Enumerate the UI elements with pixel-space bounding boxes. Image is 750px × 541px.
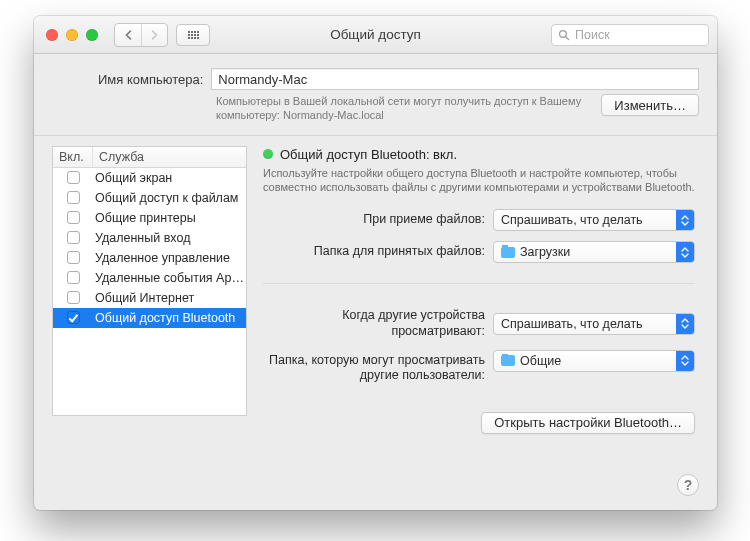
search-icon	[558, 29, 570, 41]
status-text: Общий доступ Bluetooth: вкл.	[280, 147, 457, 162]
popup-arrows-icon	[676, 314, 694, 334]
browse-action-label: Когда другие устройства просматривают:	[263, 308, 485, 339]
popup-value: Спрашивать, что делать	[501, 213, 643, 227]
forward-button[interactable]	[141, 24, 167, 46]
popup-arrows-icon	[676, 210, 694, 230]
computer-name-input[interactable]	[211, 68, 699, 90]
service-row[interactable]: Общий Интернет	[53, 288, 246, 308]
edit-hostname-button[interactable]: Изменить…	[601, 94, 699, 116]
folder-icon	[501, 247, 515, 258]
service-row[interactable]: Удаленные события Apple	[53, 268, 246, 288]
service-label: Общий экран	[93, 171, 246, 185]
column-on[interactable]: Вкл.	[53, 147, 93, 167]
receive-folder-popup[interactable]: Загрузки	[493, 241, 695, 263]
services-table: Вкл. Служба Общий экранОбщий доступ к фа…	[52, 146, 247, 416]
services-header: Вкл. Служба	[53, 147, 246, 168]
receive-action-popup[interactable]: Спрашивать, что делать	[493, 209, 695, 231]
service-label: Общий Интернет	[93, 291, 246, 305]
service-row[interactable]: Общий доступ к файлам	[53, 188, 246, 208]
column-service[interactable]: Служба	[93, 147, 246, 167]
service-label: Общий доступ к файлам	[93, 191, 246, 205]
popup-value: Загрузки	[520, 245, 570, 259]
service-label: Общие принтеры	[93, 211, 246, 225]
close-window-button[interactable]	[46, 29, 58, 41]
separator	[34, 135, 717, 136]
folder-icon	[501, 355, 515, 366]
service-row[interactable]: Общие принтеры	[53, 208, 246, 228]
sharing-prefs-window: Общий доступ Имя компьютера: Компьютеры …	[34, 16, 717, 510]
search-field[interactable]	[551, 24, 709, 46]
detail-pane: Общий доступ Bluetooth: вкл. Используйте…	[263, 146, 699, 498]
service-label: Общий доступ Bluetooth	[93, 311, 246, 325]
service-row[interactable]: Общий экран	[53, 168, 246, 188]
chevron-left-icon	[124, 30, 133, 40]
traffic-lights	[46, 29, 98, 41]
zoom-window-button[interactable]	[86, 29, 98, 41]
service-checkbox[interactable]	[67, 291, 80, 304]
service-checkbox[interactable]	[67, 271, 80, 284]
titlebar: Общий доступ	[34, 16, 717, 54]
service-checkbox[interactable]	[67, 231, 80, 244]
service-checkbox[interactable]	[67, 311, 80, 324]
back-button[interactable]	[115, 24, 141, 46]
service-label: Удаленные события Apple	[93, 271, 246, 285]
open-bluetooth-prefs-button[interactable]: Открыть настройки Bluetooth…	[481, 412, 695, 434]
popup-value: Спрашивать, что делать	[501, 317, 643, 331]
browse-folder-popup[interactable]: Общие	[493, 350, 695, 372]
grid-icon	[188, 31, 199, 39]
detail-description: Используйте настройки общего доступа Blu…	[263, 166, 699, 196]
content-area: Имя компьютера: Компьютеры в Вашей локал…	[34, 54, 717, 510]
receive-action-label: При приеме файлов:	[263, 212, 485, 228]
popup-arrows-icon	[676, 242, 694, 262]
receive-folder-label: Папка для принятых файлов:	[263, 244, 485, 260]
browse-folder-label: Папка, которую могут просматривать други…	[263, 350, 485, 384]
minimize-window-button[interactable]	[66, 29, 78, 41]
popup-arrows-icon	[676, 351, 694, 371]
search-input[interactable]	[575, 28, 702, 42]
nav-back-forward	[114, 23, 168, 47]
service-checkbox[interactable]	[67, 171, 80, 184]
browse-action-popup[interactable]: Спрашивать, что делать	[493, 313, 695, 335]
popup-value: Общие	[520, 354, 561, 368]
service-label: Удаленный вход	[93, 231, 246, 245]
computer-name-label: Имя компьютера:	[98, 72, 203, 87]
chevron-right-icon	[150, 30, 159, 40]
service-checkbox[interactable]	[67, 251, 80, 264]
computer-name-hint: Компьютеры в Вашей локальной сети могут …	[216, 94, 591, 123]
service-label: Удаленное управление	[93, 251, 246, 265]
show-all-button[interactable]	[176, 24, 210, 46]
help-button[interactable]: ?	[677, 474, 699, 496]
service-row[interactable]: Удаленное управление	[53, 248, 246, 268]
status-indicator-icon	[263, 149, 273, 159]
service-checkbox[interactable]	[67, 191, 80, 204]
service-row[interactable]: Общий доступ Bluetooth	[53, 308, 246, 328]
separator	[263, 283, 695, 284]
service-checkbox[interactable]	[67, 211, 80, 224]
svg-line-1	[566, 36, 569, 39]
service-row[interactable]: Удаленный вход	[53, 228, 246, 248]
